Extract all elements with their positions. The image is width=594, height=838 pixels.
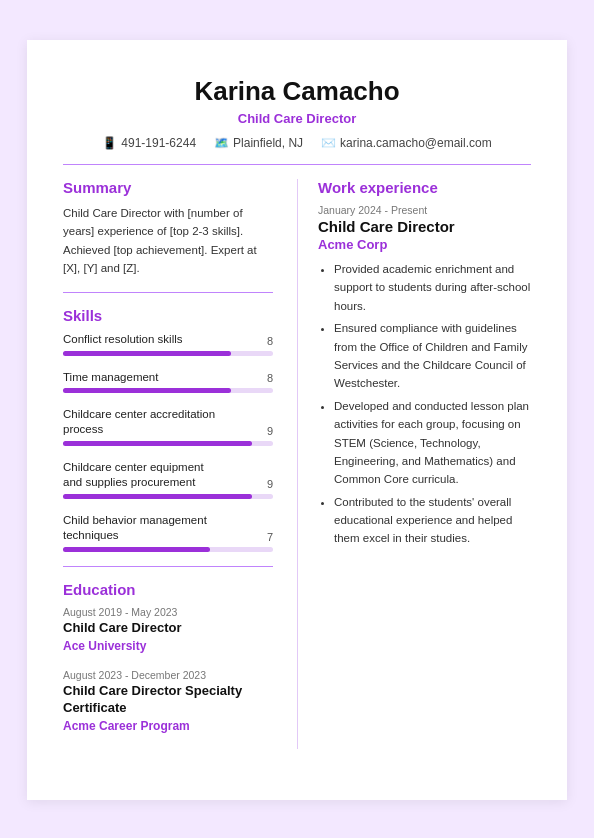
work-bullets-list: Provided academic enrichment and support… (318, 260, 531, 548)
email-icon: ✉️ (321, 136, 336, 150)
skill-score: 8 (267, 372, 273, 384)
email-contact: ✉️ karina.camacho@email.com (321, 136, 492, 150)
resume-container: Karina Camacho Child Care Director 📱 491… (27, 40, 567, 800)
summary-section-title: Summary (63, 179, 273, 196)
edu-degree: Child Care Director (63, 620, 273, 637)
phone-value: 491-191-6244 (121, 136, 196, 150)
edu-date: August 2019 - May 2023 (63, 606, 273, 618)
work-section-title: Work experience (318, 179, 531, 196)
education-item: August 2023 - December 2023 Child Care D… (63, 669, 273, 733)
edu-date: August 2023 - December 2023 (63, 669, 273, 681)
skill-bar-fill (63, 388, 231, 393)
skill-bar-fill (63, 547, 210, 552)
location-contact: 🗺️ Plainfield, NJ (214, 136, 303, 150)
candidate-title: Child Care Director (63, 111, 531, 126)
email-value: karina.camacho@email.com (340, 136, 492, 150)
skill-bar-fill (63, 494, 252, 499)
work-bullet: Contributed to the students' overall edu… (334, 493, 531, 548)
work-bullet: Ensured compliance with guidelines from … (334, 319, 531, 393)
skill-bar-bg (63, 494, 273, 499)
header-divider (63, 164, 531, 165)
header: Karina Camacho Child Care Director 📱 491… (63, 76, 531, 150)
skill-score: 7 (267, 531, 273, 543)
skill-score: 9 (267, 425, 273, 437)
work-list: January 2024 - Present Child Care Direct… (318, 204, 531, 548)
education-list: August 2019 - May 2023 Child Care Direct… (63, 606, 273, 733)
location-icon: 🗺️ (214, 136, 229, 150)
phone-icon: 📱 (102, 136, 117, 150)
skill-name: Child behavior management techniques (63, 513, 223, 543)
skill-item: Childcare center accreditation process 9 (63, 407, 273, 446)
skill-bar-fill (63, 351, 231, 356)
skill-bar-bg (63, 351, 273, 356)
phone-contact: 📱 491-191-6244 (102, 136, 196, 150)
work-date: January 2024 - Present (318, 204, 531, 216)
work-item: January 2024 - Present Child Care Direct… (318, 204, 531, 548)
edu-school: Ace University (63, 639, 273, 653)
work-bullet: Provided academic enrichment and support… (334, 260, 531, 315)
skill-bar-bg (63, 388, 273, 393)
skill-name: Childcare center equipment and supplies … (63, 460, 223, 490)
candidate-name: Karina Camacho (63, 76, 531, 107)
education-section-title: Education (63, 581, 273, 598)
skills-list: Conflict resolution skills 8 Time manage… (63, 332, 273, 553)
work-bullet: Developed and conducted lesson plan acti… (334, 397, 531, 489)
work-company: Acme Corp (318, 237, 531, 252)
body-columns: Summary Child Care Director with [number… (63, 179, 531, 749)
skill-name: Conflict resolution skills (63, 332, 183, 347)
summary-divider (63, 292, 273, 293)
skill-item: Time management 8 (63, 370, 273, 394)
skills-section-title: Skills (63, 307, 273, 324)
location-value: Plainfield, NJ (233, 136, 303, 150)
work-job-title: Child Care Director (318, 218, 531, 235)
summary-text: Child Care Director with [number of year… (63, 204, 273, 278)
skill-bar-bg (63, 547, 273, 552)
education-item: August 2019 - May 2023 Child Care Direct… (63, 606, 273, 653)
skill-item: Childcare center equipment and supplies … (63, 460, 273, 499)
skill-score: 9 (267, 478, 273, 490)
skill-score: 8 (267, 335, 273, 347)
edu-degree: Child Care Director Specialty Certificat… (63, 683, 273, 717)
right-column: Work experience January 2024 - Present C… (297, 179, 531, 749)
contact-row: 📱 491-191-6244 🗺️ Plainfield, NJ ✉️ kari… (63, 136, 531, 150)
skill-bar-bg (63, 441, 273, 446)
skill-bar-fill (63, 441, 252, 446)
left-column: Summary Child Care Director with [number… (63, 179, 273, 749)
edu-school: Acme Career Program (63, 719, 273, 733)
skill-item: Conflict resolution skills 8 (63, 332, 273, 356)
skills-divider (63, 566, 273, 567)
skill-item: Child behavior management techniques 7 (63, 513, 273, 552)
skill-name: Childcare center accreditation process (63, 407, 223, 437)
skill-name: Time management (63, 370, 158, 385)
